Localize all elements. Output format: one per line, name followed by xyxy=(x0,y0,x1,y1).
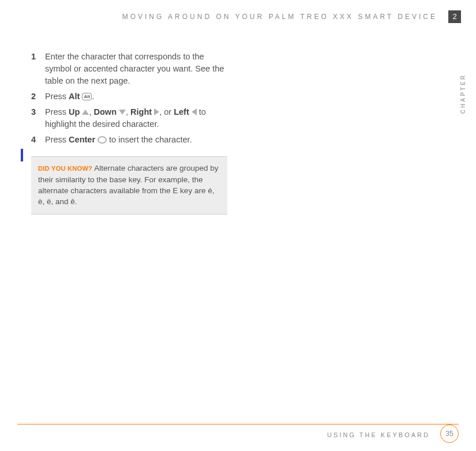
bold-down: Down xyxy=(94,107,117,116)
text: Press xyxy=(45,135,69,144)
footer-rule xyxy=(17,424,459,424)
step-1: 1 Enter the character that corresponds t… xyxy=(31,51,227,87)
center-button-icon xyxy=(98,136,107,144)
arrow-right-icon xyxy=(154,108,159,115)
text: to insert the character. xyxy=(107,135,192,144)
step-4: 4 Press Center to insert the character. xyxy=(31,134,227,146)
step-body: Press Up , Down , Right , or Left to hig… xyxy=(45,106,227,130)
arrow-up-icon xyxy=(82,110,89,115)
step-number: 2 xyxy=(31,91,45,103)
bold-right: Right xyxy=(130,107,152,116)
text: Press xyxy=(45,92,69,101)
content-column: 1 Enter the character that corresponds t… xyxy=(31,51,227,215)
step-body: Press Alt Alt. xyxy=(45,91,227,103)
note-label: DID YOU KNOW? xyxy=(38,165,92,172)
page-number: 35 xyxy=(440,424,459,443)
step-3: 3 Press Up , Down , Right , or Left to h… xyxy=(31,106,227,130)
step-body: Press Center to insert the character. xyxy=(45,134,227,146)
bold-up: Up xyxy=(69,107,80,116)
bold-center: Center xyxy=(69,135,95,144)
step-number: 4 xyxy=(31,134,45,146)
bold-alt: Alt xyxy=(69,92,80,101)
header-title: MOVING AROUND ON YOUR PALM TREO XXX SMAR… xyxy=(0,13,437,21)
chapter-label-vertical: CHAPTER xyxy=(460,74,466,114)
arrow-left-icon xyxy=(192,108,197,115)
bold-left: Left xyxy=(174,107,189,116)
text: . xyxy=(92,92,94,101)
step-body: Enter the character that corresponds to … xyxy=(45,51,227,87)
revision-bar xyxy=(21,149,23,161)
step-number: 1 xyxy=(31,51,45,87)
alt-key-icon: Alt xyxy=(82,93,92,100)
step-number: 3 xyxy=(31,106,45,130)
text: Press xyxy=(45,107,69,116)
chapter-number-tab: 2 xyxy=(448,10,461,23)
footer-section: USING THE KEYBOARD xyxy=(327,431,430,438)
arrow-down-icon xyxy=(119,110,126,115)
step-2: 2 Press Alt Alt. xyxy=(31,91,227,103)
did-you-know-box: DID YOU KNOW? Alternate characters are g… xyxy=(31,156,227,215)
